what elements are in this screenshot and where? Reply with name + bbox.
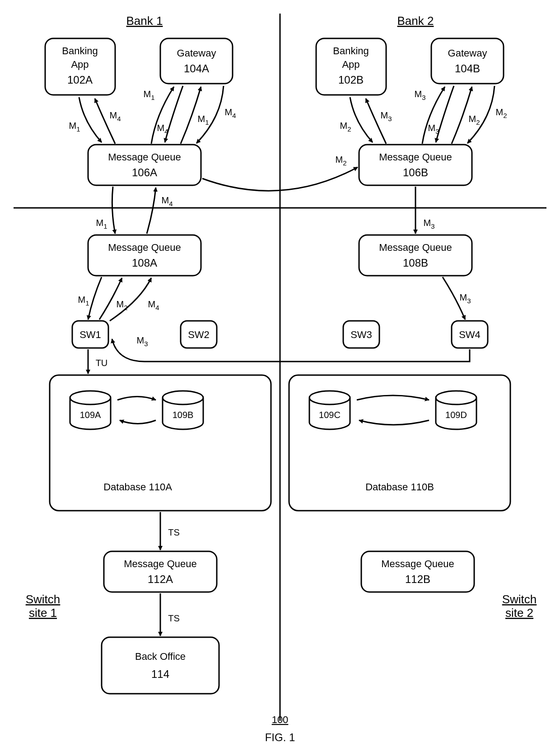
- banking-app-102a-l2: App: [71, 59, 89, 70]
- gateway-104b-l2: 104B: [455, 62, 480, 75]
- svg-text:M3: M3: [136, 335, 148, 348]
- bank2-header: Bank 2: [397, 14, 434, 28]
- svg-text:M2: M2: [340, 121, 351, 133]
- svg-text:M4: M4: [161, 195, 173, 207]
- cylinder-109c: 109C: [309, 391, 350, 429]
- svg-text:109C: 109C: [319, 410, 341, 420]
- svg-text:109B: 109B: [173, 410, 194, 420]
- gateway-104b-l1: Gateway: [448, 47, 487, 59]
- mq-112b-l2: 112B: [405, 573, 430, 585]
- svg-text:M1: M1: [197, 114, 209, 126]
- mq-112a: [104, 551, 217, 592]
- cylinder-109d: 109D: [436, 391, 476, 429]
- banking-app-102a-l3: 102A: [67, 74, 93, 86]
- svg-text:M3: M3: [414, 89, 425, 101]
- arrow-sw1-108a-m2: [99, 278, 122, 320]
- figure-label: FIG. 1: [265, 731, 295, 743]
- sw2-label: SW2: [188, 329, 210, 340]
- mq-108b: [359, 235, 472, 276]
- mq-106b: [359, 145, 472, 185]
- arrow-106a-108a-m1: [112, 187, 115, 234]
- svg-text:109A: 109A: [80, 410, 101, 420]
- mq-106a-l1: Message Queue: [108, 151, 181, 163]
- svg-text:M4: M4: [157, 123, 168, 135]
- diagram: Bank 1 Bank 2 Banking App 102A Gateway 1…: [0, 0, 560, 752]
- sw3-label: SW3: [350, 329, 372, 340]
- mq-112a-l2: 112A: [148, 573, 173, 585]
- db-110b-l1: Database 110B: [365, 481, 434, 493]
- banking-app-102b-l2: App: [342, 59, 359, 70]
- svg-text:M3: M3: [380, 110, 392, 122]
- site1-label: Switchsite 1: [26, 592, 61, 620]
- mq-106a: [88, 145, 201, 185]
- svg-text:M4: M4: [148, 299, 159, 311]
- sw4-label: SW4: [459, 329, 481, 340]
- mq-112b: [361, 551, 474, 592]
- arrow-108a-sw1-m1: [88, 277, 102, 320]
- gateway-104a-l1: Gateway: [177, 47, 216, 59]
- svg-text:M4: M4: [224, 107, 236, 119]
- sw1-label: SW1: [79, 329, 101, 340]
- svg-text:M1: M1: [143, 89, 154, 101]
- back-office-l1: Back Office: [135, 651, 186, 662]
- back-office-l2: 114: [151, 668, 169, 680]
- bank1-header: Bank 1: [126, 14, 163, 28]
- cylinder-109b: 109B: [163, 391, 203, 429]
- mq-108b-l1: Message Queue: [379, 242, 452, 253]
- mq-108a-l1: Message Queue: [108, 242, 181, 253]
- db-110a-l1: Database 110A: [103, 481, 172, 493]
- site2-label: Switchsite 2: [502, 592, 537, 620]
- gateway-104a-l2: 104A: [184, 62, 209, 75]
- mq-108a: [88, 235, 201, 276]
- svg-text:TS: TS: [168, 527, 180, 537]
- back-office-114: [102, 637, 219, 694]
- gateway-104a: [160, 38, 233, 84]
- svg-text:109D: 109D: [445, 410, 467, 420]
- mq-106b-l1: Message Queue: [379, 151, 452, 163]
- svg-text:M1: M1: [96, 218, 107, 230]
- gateway-104b: [431, 38, 504, 84]
- mq-108b-l2: 108B: [403, 257, 428, 269]
- banking-app-102b-l3: 102B: [338, 74, 364, 86]
- svg-text:TS: TS: [168, 613, 180, 623]
- cylinder-109a: 109A: [70, 391, 111, 429]
- svg-text:M4: M4: [109, 110, 121, 122]
- arrow-sw4-sw1-m3: [112, 339, 470, 362]
- svg-text:M2: M2: [468, 114, 480, 126]
- arrow-102b-106b-m2: [350, 97, 373, 142]
- svg-text:M2: M2: [495, 107, 507, 119]
- arrow-108a-106a-m4: [147, 188, 156, 234]
- svg-text:M3: M3: [428, 123, 439, 135]
- mq-112a-l1: Message Queue: [124, 558, 196, 569]
- svg-text:M1: M1: [78, 295, 89, 307]
- mq-106a-l2: 106A: [132, 166, 157, 179]
- svg-text:TU: TU: [96, 358, 108, 368]
- banking-app-102a-l1: Banking: [62, 45, 98, 56]
- banking-app-102b-l1: Banking: [333, 45, 369, 56]
- svg-text:M3: M3: [423, 218, 434, 230]
- arrow-102a-106a-m1: [79, 97, 102, 142]
- svg-text:M2: M2: [335, 155, 346, 167]
- mq-108a-l2: 108A: [132, 257, 157, 269]
- svg-text:M1: M1: [69, 121, 80, 133]
- svg-text:M3: M3: [459, 292, 471, 305]
- figure-num: 100: [272, 714, 289, 725]
- mq-112b-l1: Message Queue: [381, 558, 454, 569]
- mq-106b-l2: 106B: [403, 166, 428, 179]
